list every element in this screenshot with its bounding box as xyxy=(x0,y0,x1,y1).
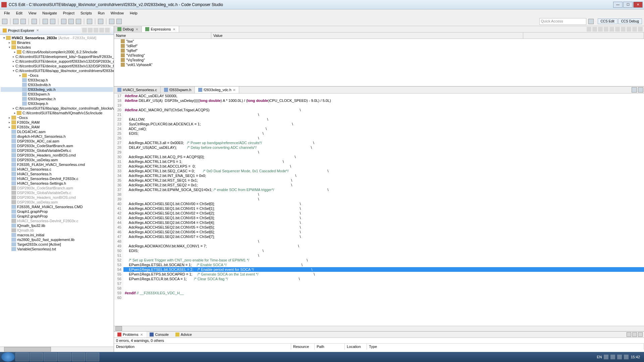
tool-icon[interactable] xyxy=(587,27,591,32)
code-line[interactable]: 58 xyxy=(114,286,644,291)
save-icon[interactable] xyxy=(13,19,18,24)
code-line[interactable]: 24 ADC_cal(); \ xyxy=(114,126,644,131)
code-line[interactable]: 40 AdcRegs.ADCCHSELSEQ1.bit.CONV00 = ChS… xyxy=(114,201,644,206)
project-tree[interactable]: ▾ HVACI_Sensorless_2833x [Active - F2833… xyxy=(0,35,114,347)
stop-icon[interactable] xyxy=(76,19,81,24)
tree-node[interactable]: DSP2833x_Headers_nonBIOS.cmd xyxy=(1,153,113,158)
tree-node[interactable]: ▸~Docs xyxy=(1,115,113,120)
tree-node[interactable]: DSP2803x_Headers_nonBIOS.cmd xyxy=(1,195,113,200)
code-line[interactable]: 54 EPwm1Regs.ETSEL.bit.SOCASEL = 2; /* E… xyxy=(114,267,644,272)
tool-icon[interactable] xyxy=(43,19,48,24)
new-icon[interactable] xyxy=(2,19,7,24)
close-icon[interactable]: ✕ xyxy=(136,27,138,31)
tool-icon[interactable] xyxy=(621,27,626,32)
tree-node[interactable]: F28335_RAM_HVACI_Sensorless.CMD xyxy=(1,204,113,209)
tool-icon[interactable] xyxy=(116,19,122,24)
tree-node[interactable]: f2833xcap.h xyxy=(1,78,113,82)
expression-row[interactable]: "VdTesting" xyxy=(114,53,644,58)
tree-node[interactable]: DSP2803x_CodeStartBranch.asm xyxy=(1,186,113,190)
code-line[interactable]: 25 EDIS; \ xyxy=(114,131,644,136)
code-line[interactable]: 55 EPwm1Regs.ETPS.bit.SOCAPRD = 1; /* Ge… xyxy=(114,272,644,277)
tab-advice[interactable]: Advice xyxy=(172,331,195,338)
tool-icon[interactable] xyxy=(615,27,620,32)
lang-indicator[interactable]: EN xyxy=(597,355,602,359)
tree-node[interactable]: ▸C:/ti/controlSUITE/device_support/f2833… xyxy=(1,64,113,68)
tree-node[interactable]: Target2833x.ccxml [Active] xyxy=(1,242,113,247)
code-line[interactable]: 51 \ xyxy=(114,253,644,258)
menu-icon[interactable] xyxy=(94,28,98,33)
code-line[interactable]: 23 SysCtrlRegs.PCLKCR0.bit.ADCENCLK = 1;… xyxy=(114,122,644,126)
code-line[interactable]: 50 EDIS; \ xyxy=(114,248,644,253)
tree-node[interactable]: DSP2833x_ADC_cal.asm xyxy=(1,139,113,143)
code-line[interactable]: 33 AdcRegs.ADCTRL1.bit.SEQ_CASC = 0; /* … xyxy=(114,169,644,173)
col-resource[interactable]: Resource xyxy=(291,344,315,350)
code-line[interactable]: 39 \ xyxy=(114,197,644,201)
minimize-icon[interactable] xyxy=(632,87,637,93)
pause-icon[interactable] xyxy=(68,19,74,24)
task-item[interactable] xyxy=(86,353,99,361)
tree-node[interactable]: dlog4ch-HVACI_Sensorless.h xyxy=(1,134,113,139)
code-line[interactable]: 18#define DELAY_US(A) DSP28x_usDelay((((… xyxy=(114,98,644,103)
tab-expressions[interactable]: Expressions✕ xyxy=(142,26,179,32)
menu-help[interactable]: Help xyxy=(127,10,140,16)
code-line[interactable]: 53 EPwm1Regs.ETSEL.bit.SOCAEN = 1; /* En… xyxy=(114,262,644,267)
editor-hscroll[interactable] xyxy=(114,326,644,331)
tree-node[interactable]: Graph2.graphProp xyxy=(1,214,113,219)
column-name[interactable]: Name xyxy=(114,33,211,39)
tree-node[interactable]: HVACI_Sensorless.c xyxy=(1,167,113,172)
tree-node[interactable]: HVACI_Sensorless-DevInit_F2803x.c xyxy=(1,219,113,223)
tree-node[interactable]: HVACI_Sensorless.h xyxy=(1,172,113,176)
tree-node[interactable]: DSP2833x_usDelay.asm xyxy=(1,158,113,162)
col-type[interactable]: Type xyxy=(367,344,644,350)
tree-node[interactable]: ▸C:/ti/controlSUITE/development_kits/~Su… xyxy=(1,54,113,59)
code-line[interactable]: 44 AdcRegs.ADCCHSELSEQ2.bit.CONV04 = ChS… xyxy=(114,220,644,225)
tree-node[interactable]: ▸F2803x_RAM xyxy=(1,120,113,125)
volume-icon[interactable] xyxy=(624,355,629,359)
col-location[interactable]: Location xyxy=(345,344,367,350)
menu-edit[interactable]: Edit xyxy=(13,10,25,16)
task-item[interactable] xyxy=(72,353,85,361)
menu-window[interactable]: Window xyxy=(108,10,126,16)
remove-icon[interactable] xyxy=(609,27,614,32)
close-icon[interactable]: ✕ xyxy=(233,88,235,92)
collapse-icon[interactable] xyxy=(82,28,87,33)
code-line[interactable]: 29 \ xyxy=(114,150,644,155)
tree-node[interactable]: f2833xdrvlib.h xyxy=(1,82,113,87)
start-button[interactable] xyxy=(1,352,15,362)
tree-node[interactable]: ▸C:/ti/ccsv6/tools/compiler/c2000_6.2.5/… xyxy=(1,50,113,54)
tree-node[interactable]: ▾C:/ti/controlSUITE/libs/app_libs/motor_… xyxy=(1,68,113,73)
code-line[interactable]: 36 AdcRegs.ADCTRL2.bit.RST_SEQ2 = 0x1; \ xyxy=(114,183,644,187)
tree-node[interactable]: ▸C:/ti/controlSUITE/libs/math/IQmath/v15… xyxy=(1,111,113,115)
code-line[interactable]: 28 DELAY_US(ADC_usDELAY); /* Delay befor… xyxy=(114,145,644,150)
code-line[interactable]: 41 AdcRegs.ADCCHSELSEQ1.bit.CONV01 = ChS… xyxy=(114,206,644,211)
menu-run[interactable]: Run xyxy=(95,10,107,16)
tree-node[interactable]: Graph1.graphProp xyxy=(1,209,113,214)
menu-view[interactable]: View xyxy=(26,10,39,16)
tree-node[interactable]: ▸C:/ti/controlSUITE/libs/app_libs/motor_… xyxy=(1,106,113,111)
close-icon[interactable]: ✕ xyxy=(140,333,143,337)
code-line[interactable]: 60 xyxy=(114,295,644,300)
tree-node[interactable]: f2833xpwm.h xyxy=(1,92,113,97)
tool-icon[interactable] xyxy=(592,27,597,32)
menu-project[interactable]: Project xyxy=(60,10,77,16)
maximize-icon[interactable] xyxy=(638,87,643,93)
menu-icon[interactable] xyxy=(627,332,631,337)
project-explorer-tab[interactable]: Project Explorer ✕ xyxy=(0,26,114,35)
code-line[interactable]: 27 AdcRegs.ADCTRL3.all = 0x00E0; /* Powe… xyxy=(114,140,644,145)
code-line[interactable]: 21 \ xyxy=(114,112,644,117)
task-item[interactable] xyxy=(44,353,57,361)
task-item[interactable] xyxy=(30,353,43,361)
tree-node[interactable]: rts2800_fpu32_fast_supplement.lib xyxy=(1,237,113,242)
expression-row[interactable]: "IqRef" xyxy=(114,48,644,53)
menu-navigate[interactable]: Navigate xyxy=(40,10,59,16)
tool-icon[interactable] xyxy=(598,27,603,32)
code-line[interactable]: 17#define ADC_usDELAY 50000L xyxy=(114,94,644,98)
code-line[interactable]: 56 EPwm1Regs.ETCLR.bit.SOCA = 1; /* Clea… xyxy=(114,277,644,281)
editor-tab[interactable]: f2833xpwm.h xyxy=(161,86,195,93)
tree-node[interactable]: ▸Binaries xyxy=(1,40,113,45)
horizontal-scrollbar[interactable] xyxy=(0,347,114,352)
maximize-button[interactable]: ☐ xyxy=(623,2,633,8)
tree-node[interactable]: macros.ini_initial xyxy=(1,233,113,237)
code-line[interactable]: 35 AdcRegs.ADCTRL2.bit.RST_SEQ1 = 0x1; \ xyxy=(114,178,644,183)
build-icon[interactable] xyxy=(32,19,37,24)
